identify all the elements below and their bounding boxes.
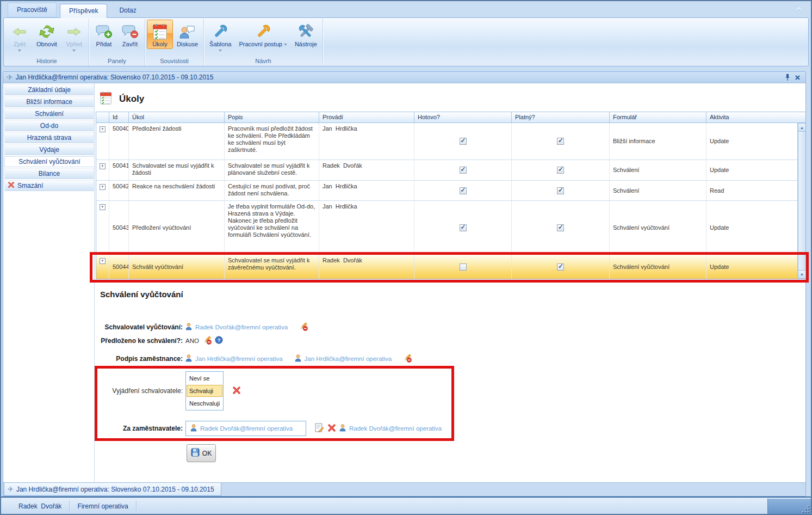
svg-text:?: ? — [218, 338, 221, 343]
chevron-up-icon[interactable] — [794, 5, 804, 14]
discussion-icon — [178, 22, 196, 41]
document-tab-label: Jan Hrdlička@firemní operativa: Slovensk… — [16, 486, 214, 493]
cell-ukol: Reakce na neschválení žádosti — [129, 181, 225, 200]
tools-icon — [296, 22, 315, 41]
cell-aktivita: Update — [706, 123, 795, 160]
discussion-button[interactable]: Diskuse — [173, 20, 202, 49]
refresh-icon — [38, 22, 56, 41]
template-button[interactable]: Šablona — [206, 20, 235, 53]
col-formular[interactable]: Formulář — [610, 112, 706, 122]
checkbox-platny[interactable] — [557, 138, 564, 145]
sidebar-item-schvaleni[interactable]: Schválení — [4, 108, 94, 119]
resize-grip-icon[interactable] — [803, 506, 809, 513]
group-label-panely: Panely — [91, 57, 143, 66]
clear-x-icon[interactable] — [327, 424, 336, 434]
sidebar-item-od-do[interactable]: Od-do — [4, 120, 94, 131]
checkbox-hotovo[interactable] — [460, 263, 467, 271]
close-panel-button[interactable]: Zavřít — [117, 20, 143, 49]
col-popis[interactable]: Popis — [225, 112, 319, 122]
panel-title-bar: ✈ Jan Hrdlička@firemní operativa: Sloven… — [3, 72, 805, 83]
ribbon-tab-prispevek[interactable]: Příspěvek — [60, 4, 107, 18]
employer-picker-value[interactable]: Radek Dvořák@firemní operativa — [200, 425, 293, 432]
listbox-option[interactable]: Schvaluji — [187, 385, 222, 397]
edit-remove-icon[interactable] — [402, 353, 412, 364]
pin-icon[interactable] — [783, 73, 792, 82]
cell-provadi: Radek Dvořák — [319, 160, 414, 180]
col-hotovo[interactable]: Hotovo? — [414, 112, 512, 122]
tools-button[interactable]: Nástroje — [291, 20, 321, 49]
table-row[interactable]: + 50042 Reakce na neschválení žádosti Ce… — [96, 181, 797, 201]
status-user[interactable]: Radek Dvořák — [11, 501, 69, 512]
forward-dropdown-arrow[interactable] — [72, 50, 76, 52]
employer-picker[interactable]: Radek Dvořák@firemní operativa — [185, 421, 306, 436]
sidebar-item-vydaje[interactable]: Výdaje — [4, 144, 94, 155]
sidebar-item-hrazena-strava[interactable]: Hrazená strava — [4, 132, 94, 143]
ribbon-tab-dotaz[interactable]: Dotaz — [110, 4, 145, 17]
approver-link[interactable]: Radek Dvořák@firemní operativa — [195, 324, 288, 330]
checkbox-hotovo[interactable] — [460, 167, 467, 174]
expand-icon[interactable]: + — [100, 184, 106, 190]
sidebar-item-blizsi-informace[interactable]: Bližší informace — [4, 96, 94, 107]
clear-x-icon[interactable] — [232, 386, 241, 396]
person-icon — [295, 354, 301, 364]
forward-arrow-icon — [65, 22, 83, 41]
document-tab[interactable]: ✈ Jan Hrdlička@firemní operativa: Sloven… — [4, 483, 221, 496]
workflow-button[interactable]: Pracovní postup — [235, 20, 291, 49]
expand-icon[interactable]: + — [100, 126, 106, 132]
scroll-up-icon[interactable]: ▲ — [798, 123, 805, 132]
checkbox-platny[interactable] — [557, 263, 564, 271]
refresh-button[interactable]: Obnovit — [33, 20, 61, 49]
employer-signed-link[interactable]: Radek Dvořák@firemní operativa — [349, 425, 442, 432]
col-aktivita[interactable]: Aktivita — [706, 112, 795, 122]
table-row[interactable]: + 50041 Schvalovatel se musí vyjádřit k … — [96, 160, 797, 181]
tasks-button[interactable]: Úkoly — [147, 20, 173, 49]
listbox-option[interactable]: Neví se — [187, 372, 222, 384]
col-id[interactable]: Id — [109, 112, 129, 122]
workflow-dropdown-arrow[interactable] — [284, 44, 287, 46]
template-dropdown-arrow[interactable] — [219, 50, 222, 52]
table-row[interactable]: + 50043 Předložení vyúčtování Je třeba v… — [96, 201, 797, 255]
forward-button[interactable]: Vpřed — [61, 20, 87, 53]
sidebar-item-bilance[interactable]: Bilance — [4, 168, 94, 179]
checkbox-platny[interactable] — [557, 187, 564, 194]
form-sidebar: Základní údaje Bližší informace Schválen… — [3, 83, 95, 482]
tasks-grid: Id Úkol Popis Provádí Hotovo? Platný? Fo… — [96, 112, 805, 279]
employee-signature-link-1[interactable]: Jan Hrdlička@firemní operativa — [195, 355, 283, 362]
scrollbar-thumb[interactable] — [798, 132, 805, 270]
expand-icon[interactable]: + — [100, 204, 106, 210]
checkbox-hotovo[interactable] — [460, 224, 467, 231]
col-ukol[interactable]: Úkol — [129, 112, 225, 122]
col-platny[interactable]: Platný? — [512, 112, 610, 122]
back-button[interactable]: Zpět — [7, 20, 33, 53]
expand-icon[interactable]: + — [100, 163, 106, 169]
add-panel-button[interactable]: Přidat — [91, 20, 117, 49]
sign-document-icon[interactable] — [315, 423, 324, 434]
help-icon[interactable]: ? — [215, 336, 223, 346]
edit-remove-icon[interactable] — [202, 335, 212, 346]
cell-popis: Pracovník musí předložit žádost ke schvá… — [225, 123, 319, 160]
scroll-down-icon[interactable]: ▼ — [798, 270, 805, 279]
checkbox-platny[interactable] — [557, 224, 564, 231]
col-provadi[interactable]: Provádí — [319, 112, 414, 122]
status-organization[interactable]: Firemní operativa — [70, 501, 135, 512]
sidebar-item-schvaleni-vyuctovani[interactable]: Schválení vyůčtování — [4, 156, 94, 167]
table-row-selected[interactable]: + 50044 Schválit vyúčtování Schvalovatel… — [96, 255, 797, 279]
grid-scrollbar[interactable]: ▲ ▼ — [797, 123, 805, 279]
checkbox-hotovo[interactable] — [460, 187, 467, 194]
ok-button[interactable]: OK — [187, 444, 216, 462]
checkbox-platny[interactable] — [557, 167, 564, 174]
sidebar-item-smazani[interactable]: Smazání — [4, 180, 94, 191]
table-row[interactable]: + 50040 Předložení žádosti Pracovník mus… — [96, 123, 797, 160]
expand-icon[interactable]: + — [100, 258, 106, 264]
ribbon-tab-pracoviste[interactable]: Pracoviště — [8, 3, 57, 17]
checkbox-hotovo[interactable] — [460, 138, 467, 145]
close-icon[interactable] — [792, 73, 802, 82]
listbox-option[interactable]: Neschvaluji — [187, 397, 222, 409]
approver-statement-listbox[interactable]: Neví se Schvaluji Neschvaluji — [185, 371, 224, 410]
grid-header: Id Úkol Popis Provádí Hotovo? Platný? Fo… — [96, 112, 805, 123]
edit-remove-icon[interactable] — [299, 322, 308, 333]
document-panel: ✈ Jan Hrdlička@firemní operativa: Sloven… — [3, 71, 806, 496]
sidebar-item-zakladni-udaje[interactable]: Základní údaje — [4, 84, 94, 95]
back-dropdown-arrow[interactable] — [18, 50, 21, 52]
employee-signature-link-2[interactable]: Jan Hrdlička@firemní operativa — [305, 355, 392, 362]
